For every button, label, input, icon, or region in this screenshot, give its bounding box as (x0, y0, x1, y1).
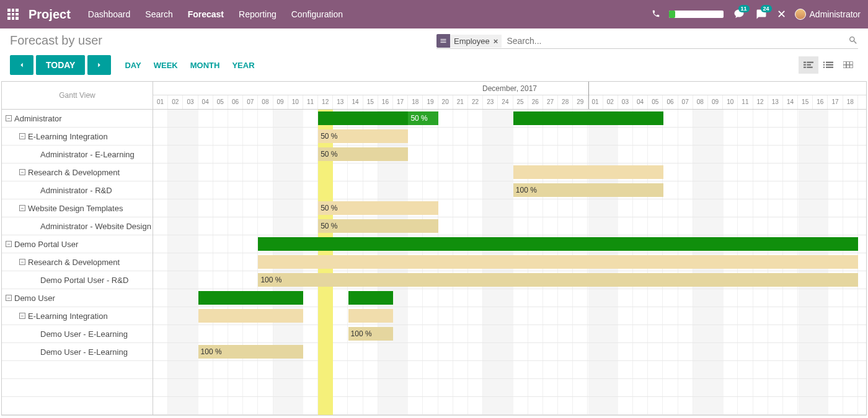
gantt-bar[interactable] (198, 309, 303, 323)
scale-year[interactable]: YEAR (232, 61, 254, 70)
gantt-row-label[interactable]: −E-Learning Integration (2, 128, 153, 146)
timeline-row[interactable]: 100 % (153, 271, 866, 289)
gantt-rows-right[interactable]: 50 %50 %50 %100 %50 %50 %100 %100 %100 % (153, 110, 866, 415)
chat-count: 24 (761, 5, 772, 12)
nav-forecast[interactable]: Forecast (188, 9, 224, 19)
day-cell: 16 (378, 95, 393, 109)
nav-dashboard[interactable]: Dashboard (88, 9, 131, 19)
control-panel: Forecast by user Employee× (0, 28, 868, 51)
timeline-row[interactable] (153, 361, 866, 379)
timeline-row[interactable]: 50 % (153, 199, 866, 217)
collapse-icon[interactable]: − (19, 313, 25, 319)
collapse-icon[interactable]: − (6, 115, 12, 121)
svg-rect-9 (826, 64, 833, 66)
svg-rect-4 (804, 67, 806, 68)
gantt-bar[interactable]: 100 % (198, 345, 303, 359)
timeline-row[interactable] (153, 307, 866, 325)
view-list[interactable] (818, 56, 838, 74)
gantt-bar[interactable]: 50 % (408, 111, 438, 125)
next-button[interactable] (87, 55, 111, 75)
day-cell: 14 (348, 95, 363, 109)
gantt-bar[interactable] (513, 165, 663, 179)
timeline-row[interactable]: 100 % (153, 343, 866, 361)
gantt-bar[interactable]: 100 % (258, 273, 858, 287)
scale-day[interactable]: DAY (125, 61, 141, 70)
gantt-bar[interactable]: 50 % (318, 201, 438, 215)
timeline-row[interactable] (153, 379, 866, 397)
gantt-row-label[interactable]: −Demo User (2, 289, 153, 307)
svg-rect-5 (807, 67, 812, 68)
collapse-icon[interactable]: − (19, 259, 25, 265)
timeline-row[interactable] (153, 235, 866, 253)
svg-rect-2 (804, 64, 806, 66)
scale-month[interactable]: MONTH (190, 61, 220, 70)
gantt-bar[interactable] (348, 291, 394, 305)
collapse-icon[interactable]: − (19, 205, 25, 211)
gantt-row-label[interactable]: Administrator - Website Design (2, 217, 153, 235)
nav-search[interactable]: Search (145, 9, 172, 19)
facet-remove-icon[interactable]: × (494, 37, 498, 46)
gantt-row-label[interactable] (2, 361, 153, 379)
gantt-bar[interactable]: 50 % (318, 129, 408, 143)
gantt-row-label[interactable] (2, 379, 153, 397)
collapse-icon[interactable]: − (19, 133, 25, 139)
timeline-row[interactable]: 100 % (153, 181, 866, 199)
user-menu[interactable]: Administrator (795, 9, 861, 20)
gantt-row-label[interactable] (2, 397, 153, 415)
search-input[interactable] (502, 33, 848, 48)
timeline-row[interactable]: 100 % (153, 325, 866, 343)
gantt-row-label[interactable]: −Demo Portal User (2, 235, 153, 253)
gantt-row-label[interactable]: Demo Portal User - R&D (2, 271, 153, 289)
collapse-icon[interactable]: − (19, 169, 25, 175)
close-icon[interactable]: ✕ (777, 7, 786, 21)
day-cell: 06 (663, 95, 678, 109)
phone-icon[interactable] (652, 9, 660, 20)
messages-icon[interactable]: 11 (732, 7, 746, 21)
today-button[interactable]: TODAY (36, 55, 85, 75)
nav-configuration[interactable]: Configuration (291, 9, 343, 19)
timeline-row[interactable]: 50 % (153, 128, 866, 146)
view-gantt[interactable] (799, 56, 818, 74)
gantt-row-label[interactable]: Administrator - E-Learning (2, 146, 153, 163)
svg-rect-10 (823, 67, 825, 68)
gantt-row-label[interactable]: −Research & Development (2, 163, 153, 181)
timeline-row[interactable] (153, 397, 866, 415)
day-cell: 10 (723, 95, 738, 109)
brand[interactable]: Project (29, 7, 71, 22)
collapse-icon[interactable]: − (6, 295, 12, 301)
progress-bar[interactable] (669, 11, 724, 18)
gantt-bar[interactable] (258, 255, 858, 269)
collapse-icon[interactable]: − (6, 241, 12, 247)
timeline-row[interactable] (153, 289, 866, 307)
gantt-bar[interactable] (348, 309, 394, 323)
gantt-bar[interactable] (198, 291, 303, 305)
search-facet[interactable]: Employee× (450, 35, 502, 48)
gantt-bar[interactable] (513, 111, 663, 125)
gantt-bar[interactable] (258, 237, 858, 251)
view-grid[interactable] (838, 56, 858, 74)
gantt-row-label[interactable]: Administrator - R&D (2, 181, 153, 199)
search-facet-icon[interactable] (436, 34, 450, 48)
timeline-row[interactable]: 50 % (153, 217, 866, 235)
chat-icon[interactable]: 24 (755, 7, 768, 21)
gantt-row-label[interactable]: Demo User - E-Learning (2, 325, 153, 343)
nav-reporting[interactable]: Reporting (239, 9, 277, 19)
scale-week[interactable]: WEEK (154, 61, 178, 70)
search-button[interactable] (848, 35, 858, 47)
timeline-row[interactable]: 50 % (153, 110, 866, 128)
gantt-row-label[interactable]: Demo User - E-Learning (2, 343, 153, 361)
timeline-row[interactable] (153, 253, 866, 271)
gantt-bar[interactable]: 50 % (318, 219, 438, 233)
gantt-row-label[interactable]: −E-Learning Integration (2, 307, 153, 325)
gantt-bar[interactable]: 100 % (348, 327, 394, 341)
prev-button[interactable] (10, 55, 33, 75)
gantt-bar[interactable]: 50 % (318, 147, 408, 161)
timeline-row[interactable]: 50 % (153, 146, 866, 163)
gantt-row-label[interactable]: −Research & Development (2, 253, 153, 271)
gantt-row-label[interactable]: −Website Design Templates (2, 199, 153, 217)
gantt-bar[interactable]: 100 % (513, 183, 663, 197)
gantt-bar[interactable] (318, 111, 408, 125)
timeline-row[interactable] (153, 163, 866, 181)
apps-icon[interactable] (7, 9, 19, 20)
gantt-row-label[interactable]: −Administrator (2, 110, 153, 128)
